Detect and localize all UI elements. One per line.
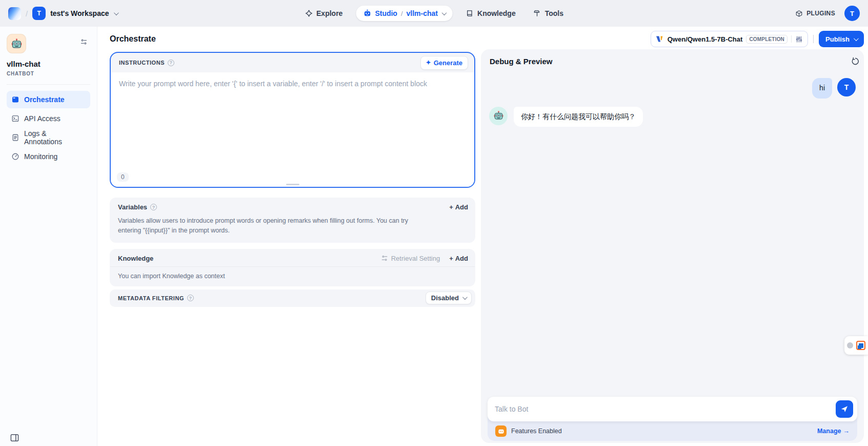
generate-button[interactable]: ✦ Generate	[420, 56, 468, 70]
chat-input[interactable]	[495, 405, 836, 413]
plus-icon: +	[449, 255, 453, 262]
sidebar-app-name: vllm-chat	[7, 60, 90, 68]
chevron-down-icon[interactable]	[441, 10, 447, 15]
chevron-down-icon	[462, 295, 468, 300]
nav-tools[interactable]: Tools	[529, 6, 568, 21]
variables-section: Variables ? + Add Variables allow users …	[110, 198, 475, 243]
variables-title-wrap: Variables ?	[118, 203, 157, 211]
publish-button[interactable]: Publish	[819, 31, 864, 47]
toolbar-right: Qwen/Qwen1.5-7B-Chat COMPLETION Publish	[651, 31, 864, 47]
arrow-right-icon: →	[843, 428, 850, 435]
user-message-bubble: hi	[812, 78, 832, 99]
main-toolbar: Orchestrate Qwen/Qwen1.5-7B-Chat COMPLET…	[110, 27, 864, 51]
model-selector[interactable]: Qwen/Qwen1.5-7B-Chat COMPLETION	[651, 31, 808, 47]
toolbar-divider	[813, 35, 814, 43]
knowledge-header: Knowledge Retrieval Setting + Add	[110, 249, 475, 266]
hammer-icon	[533, 9, 541, 17]
instructions-title-wrap: INSTRUCTIONS ?	[119, 60, 174, 66]
char-count-badge: 0	[117, 172, 129, 182]
manage-features-link[interactable]: Manage →	[817, 428, 850, 435]
extension-glyph	[859, 343, 863, 348]
variables-description: Variables allow users to introduce promp…	[110, 215, 475, 243]
help-icon[interactable]: ?	[168, 60, 174, 66]
book-icon	[466, 9, 474, 17]
plugins-label: PLUGINS	[806, 10, 835, 17]
nav-explore-label: Explore	[316, 9, 342, 17]
retrieval-setting-label: Retrieval Setting	[391, 255, 440, 262]
dify-logo[interactable]	[8, 7, 21, 20]
model-params-icon[interactable]	[795, 35, 803, 43]
model-mode-badge: COMPLETION	[746, 35, 788, 44]
robot-emoji-icon	[493, 110, 504, 121]
send-button[interactable]	[836, 400, 853, 418]
user-chat-avatar: T	[837, 78, 856, 96]
knowledge-header-actions: Retrieval Setting + Add	[381, 255, 468, 262]
retrieval-sliders-icon	[381, 255, 388, 262]
resize-handle[interactable]	[286, 184, 299, 185]
workspace-avatar[interactable]: T	[32, 7, 46, 20]
collapse-sidebar-button[interactable]	[10, 434, 19, 442]
top-header: / T test's Workspace Explore Studi	[0, 0, 868, 27]
studio-separator: /	[401, 10, 403, 17]
explore-icon	[305, 9, 313, 17]
chat-messages: hi T 你好！有什么问题我可以帮助你吗？	[481, 71, 864, 127]
sidebar-item-api-access[interactable]: API Access	[7, 110, 90, 127]
app-sidebar: vllm-chat CHATBOT Orchestrate API Access	[0, 27, 97, 446]
add-knowledge-label: Add	[455, 255, 468, 262]
chevron-down-icon[interactable]	[113, 10, 118, 15]
metadata-filtering-row: METADATA FILTERING ? Disabled	[110, 289, 475, 307]
debug-preview-panel: Debug & Preview hi T	[481, 49, 864, 443]
features-label: Features Enabled	[511, 428, 813, 435]
metadata-value: Disabled	[431, 294, 459, 302]
add-variable-button[interactable]: + Add	[449, 203, 468, 211]
nav-studio[interactable]: Studio / vllm-chat	[356, 6, 452, 21]
robot-emoji-icon	[11, 38, 23, 50]
features-bar: Features Enabled Manage →	[488, 421, 857, 441]
header-right: PLUGINS T	[795, 6, 860, 21]
sidebar-item-monitoring[interactable]: Monitoring	[7, 148, 90, 165]
metadata-filtering-toggle[interactable]: Disabled	[426, 292, 472, 304]
chevron-down-icon	[854, 36, 859, 41]
floating-extension-widget[interactable]	[844, 336, 868, 355]
robot-icon	[363, 9, 371, 17]
sparkle-icon: ✦	[426, 60, 431, 66]
user-avatar[interactable]: T	[844, 6, 860, 21]
extension-icon	[856, 341, 865, 350]
bot-chat-avatar	[489, 107, 508, 125]
plugins-button[interactable]: PLUGINS	[795, 10, 835, 17]
header-nav: Explore Studio / vllm-chat	[300, 0, 568, 27]
knowledge-description: You can import Knowledge as context	[110, 267, 475, 286]
debug-header: Debug & Preview	[481, 49, 864, 71]
knowledge-title: Knowledge	[118, 255, 153, 262]
instructions-title: INSTRUCTIONS	[119, 60, 165, 66]
add-knowledge-button[interactable]: + Add	[449, 255, 468, 262]
app-avatar	[7, 34, 26, 53]
retrieval-setting-button[interactable]: Retrieval Setting	[381, 255, 440, 262]
record-dot-icon	[847, 342, 853, 348]
model-name: Qwen/Qwen1.5-7B-Chat	[668, 35, 743, 43]
bot-message-row: 你好！有什么问题我可以帮助你吗？	[489, 107, 856, 127]
nav-knowledge[interactable]: Knowledge	[461, 6, 520, 21]
plus-icon: +	[449, 203, 453, 211]
app-settings-icon[interactable]	[80, 38, 88, 46]
vllm-logo-icon	[656, 35, 664, 43]
sidebar-nav: Orchestrate API Access Logs & Annotation…	[7, 91, 90, 165]
prompt-input[interactable]	[111, 72, 474, 160]
nav-studio-label: Studio	[375, 9, 397, 17]
metadata-title-wrap: METADATA FILTERING ?	[118, 295, 194, 301]
workspace-name[interactable]: test's Workspace	[50, 9, 109, 17]
instructions-panel: INSTRUCTIONS ? ✦ Generate 0	[110, 52, 475, 188]
variables-title: Variables	[118, 203, 147, 211]
sidebar-item-orchestrate[interactable]: Orchestrate	[7, 91, 90, 108]
sidebar-item-logs-annotations[interactable]: Logs & Annotations	[7, 129, 90, 146]
features-icon	[495, 425, 507, 437]
orchestrate-config: INSTRUCTIONS ? ✦ Generate 0 Variables ? …	[110, 52, 475, 307]
send-icon	[840, 405, 849, 413]
help-icon[interactable]: ?	[150, 204, 157, 210]
help-icon[interactable]: ?	[187, 295, 194, 301]
nav-explore[interactable]: Explore	[300, 6, 347, 21]
restart-conversation-icon[interactable]	[851, 57, 860, 66]
terminal-icon	[11, 114, 19, 123]
sidebar-item-label: Monitoring	[24, 152, 57, 161]
document-icon	[11, 133, 19, 142]
